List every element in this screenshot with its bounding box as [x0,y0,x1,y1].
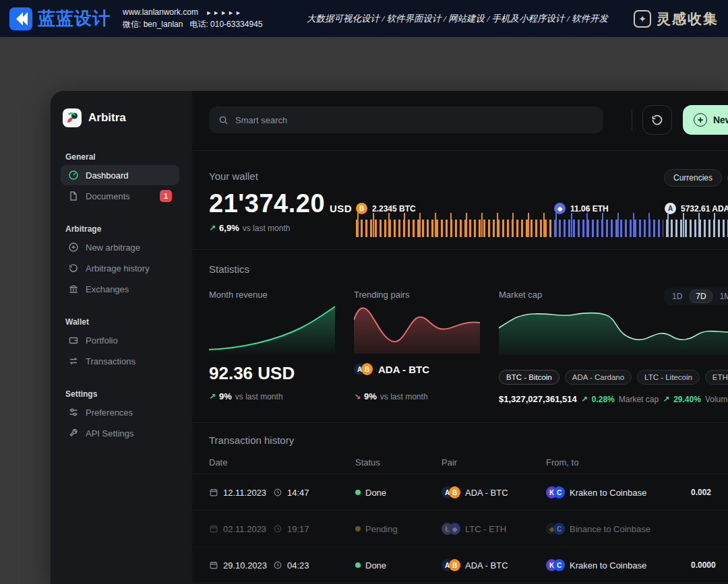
pill-eth-ethereum[interactable]: ETH - Ethereum [705,370,728,385]
sidebar-item-arbitrage-history[interactable]: Arbitrage history [61,258,179,278]
services-list: 大数据可视化设计 / 软件界面设计 / 网站建设 / 手机及小程序设计 / 软件… [307,0,608,37]
search-bar[interactable] [209,106,603,133]
volume-change: 29.40% [673,395,701,404]
inspiration-collect[interactable]: ✦ 灵感收集 [634,0,719,37]
calendar-icon [209,524,218,533]
range-1d[interactable]: 1D [666,290,688,303]
holding-label: 11.06 ETH [570,204,609,214]
coinbase-icon: C [553,486,565,498]
status-dot [355,526,361,531]
cap-value: $1,327,027,361,514 [499,394,577,404]
market-cap-label: Market cap [499,290,542,300]
trending-pairs-chart [354,297,480,354]
month-revenue-value: 92.36 USD [209,363,295,384]
table-row[interactable]: 29.10.2023 04:23 Done A B ADA - BTC [192,547,728,583]
section-divider [192,150,728,151]
sidebar-item-exchanges[interactable]: Exchanges [61,279,179,299]
cell-pair: A B ADA - BTC [442,547,508,583]
search-input[interactable] [235,115,594,125]
change-suffix: vs last month [235,392,283,401]
brand-wechat: 微信: ben_lanlan [123,20,183,29]
time-text: 04:23 [287,560,309,571]
new-arbitrage-button[interactable]: + New arbitrage [683,105,728,135]
collect-label: 灵感收集 [657,9,719,28]
sidebar-item-preferences[interactable]: Preferences [61,402,179,422]
pair-icons: A B [442,486,460,498]
new-arbitrage-label: New arbitrage [713,115,728,125]
clock-icon [273,488,282,497]
wallet-section-title: Your wallet [209,170,258,182]
pair-icons: A B [354,363,373,375]
history-icon [68,263,79,273]
nav-label: Transactions [86,356,135,366]
time-text: 19:17 [287,524,309,534]
transactions-section-title: Transaction history [209,434,294,446]
history-button[interactable] [642,105,672,135]
date-text: 29.10.2023 [223,560,267,571]
nav-label: Preferences [86,408,133,418]
clock-icon [273,524,282,533]
range-1m[interactable]: 1M [714,290,728,303]
cell-date: 12.11.2023 [209,474,266,511]
cap-label: Market cap [619,395,659,404]
route-text: Binance to Coinbase [570,524,650,534]
arbitra-logo-icon [63,108,82,127]
plus-icon: + [694,113,707,127]
cell-status: Pending [355,511,398,547]
cell-amount: 0.002 [691,474,711,511]
sidebar-item-portfolio[interactable]: Portfolio [61,330,179,350]
table-row[interactable]: 12.11.2023 14:47 Done A B ADA - BTC [192,474,728,511]
brand-info: www.lanlanwork.com ►►►►► 微信: ben_lanlan … [123,7,262,30]
pill-ada-cardano[interactable]: ADA - Cardano [565,370,632,385]
market-cap-stats: $1,327,027,361,514 0.28% Market cap 29.4… [499,394,728,404]
sidebar-item-transactions[interactable]: Transactions [61,351,179,371]
cell-date: 02.11.2023 [209,511,266,547]
col-header-date: Date [209,457,227,467]
nav-label: Portfolio [86,335,118,346]
pair-text: ADA - BTC [465,560,508,571]
date-text: 12.11.2023 [223,488,266,498]
sidebar-item-api-settings[interactable]: API Settings [61,423,179,443]
nav-label: Arbitrage history [86,263,150,273]
brand-phone: 电话: 010-63334945 [189,20,262,29]
cell-status: Done [355,547,386,583]
table-row[interactable]: 02.11.2023 19:17 Pending Ł ◆ LTC - ETH [192,511,728,547]
lanlan-logo-icon [9,7,32,30]
sliders-icon [68,407,79,418]
dashboard-window: Arbitra General Dashboard Documents 1 Ar… [51,91,728,584]
pair-label: ADA - BTC [378,364,429,375]
cell-pair: Ł ◆ LTC - ETH [442,511,506,547]
tab-currencies[interactable]: Currencies [664,169,722,187]
sidebar-item-documents[interactable]: Documents 1 [61,186,179,206]
section-divider [192,422,728,423]
pill-btc-bitcoin[interactable]: BTC - Bitcoin [499,370,559,385]
bank-icon [68,284,79,294]
btc-icon: B [449,559,460,571]
sidebar-item-dashboard[interactable]: Dashboard [61,165,179,185]
status-dot [355,490,361,495]
documents-badge: 1 [160,190,172,202]
calendar-icon [209,488,218,497]
cell-time: 14:47 [273,474,309,511]
holding-label: 5732.61 ADA [681,204,728,214]
trend-up-icon [663,395,669,404]
sparkle-icon: ✦ [634,10,651,28]
cell-time: 04:23 [273,547,309,583]
col-header-pair: Pair [442,457,457,467]
brand-url-line: www.lanlanwork.com ►►►►► [123,7,262,17]
pair-text: ADA - BTC [465,488,508,498]
brand: 蓝蓝设计 [9,7,111,30]
brand-name: 蓝蓝设计 [38,7,111,30]
cell-date: 29.10.2023 [209,547,267,583]
nav-label: Exchanges [86,284,129,294]
route-text: Kraken to Coinbase [570,560,646,571]
wallet-balance: 21'374.20 USD [209,189,352,218]
range-7d[interactable]: 7D [690,290,712,303]
month-revenue-change: 9% vs last month [209,391,283,401]
change-suffix: vs last month [380,392,428,401]
nav-label: API Settings [86,428,134,439]
pair-icons: Ł ◆ [442,523,460,535]
pill-ltc-litecoin[interactable]: LTC - Litecoin [637,370,700,385]
pair-icons: A B [442,559,460,571]
sidebar-item-new-arbitrage[interactable]: New arbitrage [61,237,179,257]
